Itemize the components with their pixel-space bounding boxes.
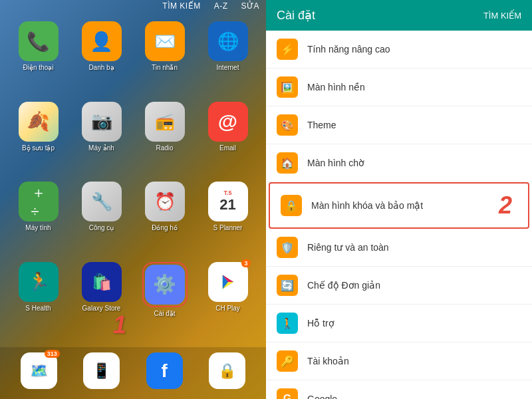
- settings-item-label: Google: [307, 394, 337, 399]
- settings-item-tính-năng-nâng-cao[interactable]: ⚡Tính năng nâng cao: [266, 31, 532, 68]
- search-button[interactable]: TÌM KIẾM: [162, 1, 200, 11]
- edit-button[interactable]: SỬA: [241, 1, 259, 11]
- settings-item-label: Riêng tư và an toàn: [307, 242, 389, 253]
- app-label: Radio: [156, 144, 173, 152]
- apps-grid: 📞Điện thoại👤Danh bạ✉️Tin nhắn🌐Internet🍂B…: [0, 15, 266, 347]
- settings-item-riêng-tư-và-an-toàn[interactable]: 🛡️Riêng tư và an toàn: [266, 229, 532, 267]
- step-number-1: 1: [113, 311, 126, 339]
- dock-item-2[interactable]: f: [136, 352, 194, 389]
- settings-item-màn-hình-nền[interactable]: 🖼️Màn hình nền: [266, 68, 532, 106]
- app-label: CH Play: [215, 305, 240, 312]
- app-item-danh-bạ[interactable]: 👤Danh bạ: [73, 21, 130, 95]
- app-item-s-health[interactable]: 🏃S Health: [10, 262, 66, 341]
- settings-search-button[interactable]: TÌM KIẾM: [483, 11, 521, 21]
- settings-item-tài-khoản[interactable]: 🔑Tài khoản: [266, 342, 532, 380]
- app-label: Email: [219, 144, 236, 152]
- dock: 🗺️313📱f🔒: [0, 347, 266, 399]
- app-label: Điện thoại: [23, 64, 54, 71]
- settings-item-label: Tài khoản: [307, 356, 349, 366]
- settings-icon: 🚶: [277, 313, 298, 334]
- app-item-đồng-hồ[interactable]: ⏰Đồng hồ: [136, 182, 193, 255]
- app-item-cài-đặt[interactable]: ⚙️Cài đặt: [136, 262, 193, 341]
- settings-item-label: Màn hình nền: [307, 82, 365, 92]
- app-label: Internet: [217, 64, 239, 71]
- right-panel: Cài đặt TÌM KIẾM ⚡Tính năng nâng cao🖼️Mà…: [266, 0, 532, 399]
- app-item-email[interactable]: @Email: [200, 102, 256, 176]
- settings-icon: 🔄: [277, 275, 298, 296]
- app-item-bộ-sưu-tập[interactable]: 🍂Bộ sưu tập: [10, 102, 66, 176]
- app-item-điện-thoại[interactable]: 📞Điện thoại: [10, 21, 66, 95]
- settings-icon: 🔑: [277, 350, 298, 372]
- app-label: Danh bạ: [88, 64, 114, 71]
- settings-item-màn-hình-chờ[interactable]: 🏠Màn hình chờ: [266, 144, 532, 182]
- settings-icon: 🏠: [277, 152, 298, 174]
- settings-item-label: Màn hình khóa và bảo mật: [311, 200, 423, 211]
- app-label: Tin nhắn: [152, 64, 178, 71]
- app-label: Máy ảnh: [88, 144, 114, 152]
- settings-icon: 🔒: [281, 195, 302, 216]
- dock-item-1[interactable]: 📱: [73, 352, 131, 389]
- left-panel: TÌM KIẾM A-Z SỬA 📞Điện thoại👤Danh bạ✉️Ti…: [0, 0, 266, 399]
- settings-item-label: Chế độ Đơn giản: [307, 280, 380, 291]
- app-item-s-planner[interactable]: T.521S Planner: [200, 182, 256, 255]
- settings-item-hỗ-trợ[interactable]: 🚶Hỗ trợ: [266, 305, 532, 342]
- settings-item-label: Tính năng nâng cao: [307, 44, 390, 55]
- settings-icon: ⚡: [277, 39, 298, 60]
- settings-icon: 🛡️: [277, 237, 298, 258]
- app-label: S Health: [25, 305, 51, 312]
- app-item-máy-ảnh[interactable]: 📷Máy ảnh: [73, 102, 130, 176]
- app-item-ch-play[interactable]: 3CH Play: [200, 262, 256, 341]
- settings-item-label: Màn hình chờ: [307, 158, 364, 168]
- settings-list: ⚡Tính năng nâng cao🖼️Màn hình nền🎨Theme🏠…: [266, 31, 532, 399]
- app-label: Cài đặt: [154, 310, 175, 317]
- settings-item-label: Hỗ trợ: [307, 318, 334, 329]
- settings-item-label: Theme: [307, 120, 336, 130]
- app-item-tin-nhắn[interactable]: ✉️Tin nhắn: [136, 21, 193, 95]
- app-label: Bộ sưu tập: [22, 144, 55, 152]
- settings-item-màn-hình-khóa-và-bảo-mật[interactable]: 🔒Màn hình khóa và bảo mật2: [269, 182, 529, 229]
- app-item-công-cụ[interactable]: 🔧Công cụ: [73, 182, 130, 255]
- app-item-radio[interactable]: 📻Radio: [136, 102, 193, 176]
- app-label: S Planner: [213, 224, 243, 231]
- dock-item-0[interactable]: 🗺️313: [10, 352, 68, 389]
- az-button[interactable]: A-Z: [214, 1, 228, 11]
- settings-item-google[interactable]: GGoogle: [266, 380, 532, 399]
- step-number-2: 2: [499, 192, 512, 219]
- app-item-máy-tính[interactable]: ＋÷Máy tính: [10, 182, 66, 255]
- settings-title: Cài đặt: [277, 8, 315, 23]
- app-item-internet[interactable]: 🌐Internet: [200, 21, 256, 95]
- app-label: Galaxy Store: [82, 305, 121, 312]
- settings-icon: 🖼️: [277, 76, 298, 98]
- app-label: Công cụ: [89, 224, 114, 231]
- settings-item-theme[interactable]: 🎨Theme: [266, 106, 532, 144]
- top-bar: TÌM KIẾM A-Z SỬA: [0, 0, 266, 15]
- settings-icon: G: [277, 388, 298, 399]
- settings-icon: 🎨: [277, 114, 298, 136]
- dock-item-3[interactable]: 🔒: [199, 352, 257, 389]
- settings-header: Cài đặt TÌM KIẾM: [266, 0, 532, 31]
- app-label: Máy tính: [25, 224, 51, 231]
- settings-item-chế-độ-đơn-giản[interactable]: 🔄Chế độ Đơn giản: [266, 267, 532, 305]
- app-label: Đồng hồ: [152, 224, 178, 231]
